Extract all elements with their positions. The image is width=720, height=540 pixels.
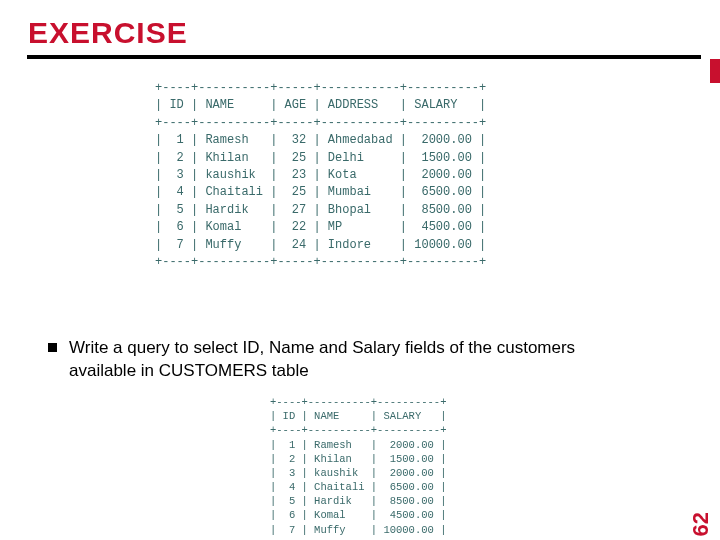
- bullet-line2: available in CUSTOMERS table: [69, 360, 688, 383]
- customers-result-table: +----+----------+----------+ | ID | NAME…: [270, 395, 485, 540]
- exercise-bullet: Write a query to select ID, Name and Sal…: [48, 337, 688, 383]
- customers-result-ascii: +----+----------+----------+ | ID | NAME…: [270, 395, 485, 540]
- title-underline: [27, 55, 701, 59]
- slide: EXERCISE +----+----------+-----+--------…: [0, 0, 720, 540]
- customers-full-table: +----+----------+-----+-----------+-----…: [155, 80, 473, 271]
- page-title: EXERCISE: [28, 16, 188, 50]
- customers-full-ascii: +----+----------+-----+-----------+-----…: [155, 80, 473, 271]
- accent-strip: [710, 59, 720, 83]
- page-number: 62: [688, 512, 714, 536]
- bullet-line1: Write a query to select ID, Name and Sal…: [69, 338, 575, 357]
- bullet-square-icon: [48, 343, 57, 352]
